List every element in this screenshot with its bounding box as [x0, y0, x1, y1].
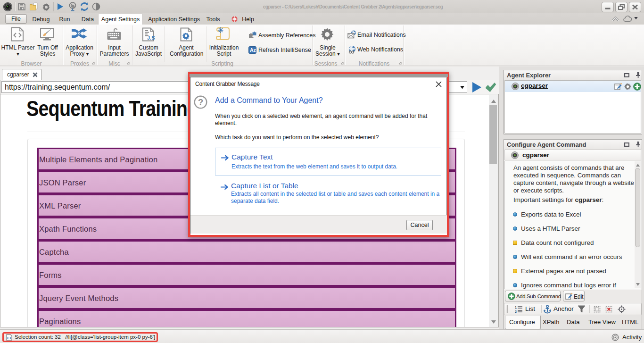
svg-text:1: 1	[515, 306, 517, 309]
svg-text:?: ?	[198, 97, 203, 107]
svg-text:J.S: J.S	[147, 35, 155, 41]
svg-text:Az: Az	[250, 47, 256, 53]
svg-text:2: 2	[515, 310, 517, 313]
